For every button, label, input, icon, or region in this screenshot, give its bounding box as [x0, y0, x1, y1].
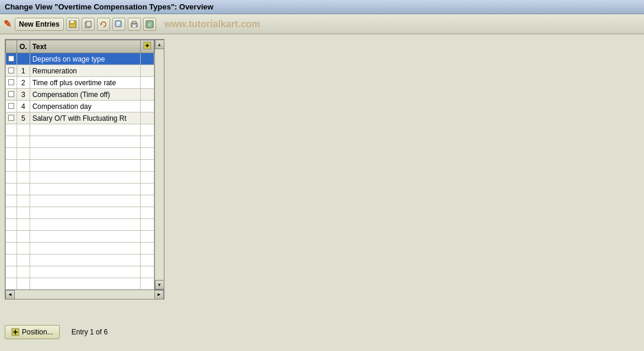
- table-row-empty: [6, 160, 154, 172]
- table-row[interactable]: 4Compensation day: [6, 101, 154, 112]
- svg-rect-9: [116, 25, 119, 26]
- toolbar-cursor-icon: ✎: [4, 18, 11, 30]
- table-row-empty: [6, 124, 154, 136]
- position-btn-label: Position...: [22, 328, 53, 336]
- svg-rect-11: [132, 21, 136, 23]
- row-checkbox[interactable]: [6, 77, 17, 89]
- undo-button[interactable]: [97, 18, 110, 31]
- main-content: O. Text Depends on wage type1Remuneratio…: [0, 34, 644, 349]
- position-button[interactable]: Position...: [5, 325, 60, 339]
- col-icon-header: [141, 40, 154, 53]
- scroll-down-arrow[interactable]: ▼: [155, 280, 164, 289]
- row-num: 2: [17, 77, 30, 89]
- table-row-empty: [6, 255, 154, 266]
- svg-rect-12: [132, 25, 136, 27]
- table-row-empty: [6, 195, 154, 207]
- vertical-scrollbar[interactable]: ▲ ▼: [154, 40, 164, 289]
- copy-button[interactable]: [82, 18, 95, 31]
- table-row-empty: [6, 136, 154, 148]
- bottom-bar: Position... Entry 1 of 6: [0, 321, 112, 343]
- row-text: Time off plus overtime rate: [30, 77, 140, 89]
- table-row[interactable]: Depends on wage type: [6, 53, 154, 65]
- find-button[interactable]: [112, 18, 125, 31]
- h-scroll-track: [15, 290, 154, 299]
- row-num: 5: [17, 112, 30, 124]
- extra-button-1[interactable]: ✓: [143, 18, 156, 31]
- row-text: Remuneration: [30, 65, 140, 77]
- row-icon-cell: [141, 77, 154, 89]
- col-check-header: [6, 40, 17, 53]
- table-row-empty: [6, 207, 154, 219]
- row-text: Depends on wage type: [30, 53, 140, 65]
- row-text: Compensation day: [30, 101, 140, 112]
- print-button[interactable]: [128, 18, 141, 31]
- scroll-up-arrow[interactable]: ▲: [155, 40, 164, 49]
- page-title: Change View "Overtime Compensation Types…: [5, 2, 213, 11]
- row-num: 3: [17, 89, 30, 101]
- scroll-left-arrow[interactable]: ◄: [5, 290, 15, 300]
- col-text-header: Text: [30, 40, 140, 53]
- row-text: Compensation (Time off): [30, 89, 140, 101]
- table-row[interactable]: 3Compensation (Time off): [6, 89, 154, 101]
- svg-rect-1: [70, 21, 74, 23]
- data-table: O. Text Depends on wage type1Remuneratio…: [5, 40, 154, 289]
- entry-info: Entry 1 of 6: [72, 328, 108, 336]
- title-bar: Change View "Overtime Compensation Types…: [0, 0, 644, 14]
- watermark: www.tutorialkart.com: [164, 19, 260, 30]
- row-num: 4: [17, 101, 30, 112]
- svg-rect-7: [116, 22, 120, 23]
- new-entries-button[interactable]: New Entries: [15, 18, 64, 31]
- table-row[interactable]: 2Time off plus overtime rate: [6, 77, 154, 89]
- svg-rect-8: [116, 23, 120, 24]
- save-button[interactable]: [66, 18, 79, 31]
- row-checkbox[interactable]: [6, 53, 17, 65]
- table-row-empty: [6, 172, 154, 183]
- table-row-empty: [6, 278, 154, 290]
- row-icon-cell: [141, 112, 154, 124]
- row-num: [17, 53, 30, 65]
- table-row-empty: [6, 266, 154, 278]
- row-checkbox[interactable]: [6, 65, 17, 77]
- row-checkbox[interactable]: [6, 112, 17, 124]
- row-icon-cell: [141, 53, 154, 65]
- row-icon-cell: [141, 65, 154, 77]
- row-icon-cell: [141, 101, 154, 112]
- table-row-empty: [6, 243, 154, 255]
- table-row-empty: [6, 148, 154, 160]
- table-row[interactable]: 5Salary O/T with Fluctuating Rt: [6, 112, 154, 124]
- svg-rect-2: [70, 24, 76, 27]
- scroll-right-arrow[interactable]: ►: [154, 290, 164, 300]
- col-num-header: O.: [17, 40, 30, 53]
- row-checkbox[interactable]: [6, 101, 17, 112]
- row-text: Salary O/T with Fluctuating Rt: [30, 112, 140, 124]
- svg-text:✓: ✓: [147, 22, 151, 27]
- row-checkbox[interactable]: [6, 89, 17, 101]
- row-icon-cell: [141, 89, 154, 101]
- table-container: O. Text Depends on wage type1Remuneratio…: [5, 39, 164, 300]
- table-row[interactable]: 1Remuneration: [6, 65, 154, 77]
- table-row-empty: [6, 219, 154, 231]
- horizontal-scrollbar[interactable]: ◄ ►: [5, 289, 164, 299]
- scroll-track: [155, 49, 164, 280]
- toolbar: ✎ New Entries ✓ www.tutorialkart.com: [0, 14, 644, 34]
- row-num: 1: [17, 65, 30, 77]
- svg-rect-4: [86, 21, 91, 27]
- table-row-empty: [6, 183, 154, 195]
- table-row-empty: [6, 231, 154, 243]
